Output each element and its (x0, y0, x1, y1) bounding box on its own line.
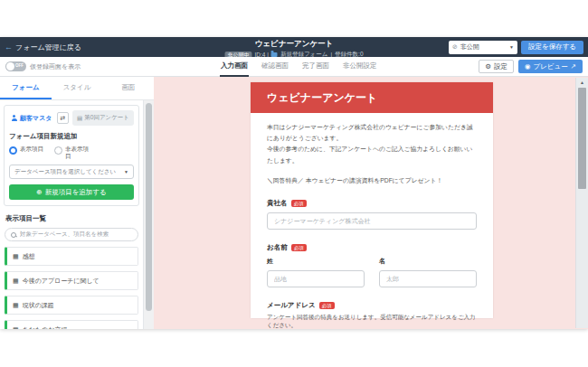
list-item-your-position[interactable]: ▦ あなたのお立場 (5, 320, 138, 329)
visibility-select[interactable]: ⊘ 非公開 ▼ (449, 41, 517, 54)
editor-sidebar: フォーム スタイル 画面 顧客マスタ ⇄ ▤ (0, 77, 154, 329)
sidebar-tabs: フォーム スタイル 画面 (0, 77, 154, 100)
visible-items-title: 表示項目一覧 (5, 214, 138, 223)
toggle-state-label: OFF (15, 63, 24, 68)
search-placeholder: 対象データベース、項目名を検索 (20, 231, 109, 239)
list-item-future-approach[interactable]: ▦ 今後のアプローチに関して (5, 271, 138, 290)
sidebar-scrollbar (143, 100, 154, 329)
gear-icon: ⚙ (485, 62, 491, 71)
list-item-current-issues[interactable]: ▦ 現状の課題 (5, 296, 138, 315)
tab-complete-screen[interactable]: 完了画面 (301, 57, 330, 77)
screen-toolbar: OFF 仮登録画面を表示 入力画面 確認画面 完了画面 非公開設定 ⚙ 設定 ◉… (0, 57, 588, 77)
sidebar-tab-form[interactable]: フォーム (0, 77, 52, 99)
private-icon: ⊘ (452, 43, 458, 51)
grid-handle-icon: ▦ (13, 302, 19, 309)
preview-scrollbar-thumb[interactable] (578, 88, 586, 189)
tab-input-screen[interactable]: 入力画面 (220, 57, 249, 77)
back-arrow-icon: ← (5, 43, 13, 52)
list-item-label: あなたのお立場 (23, 325, 68, 329)
visibility-radio-group: 表示項目 非表示項目 (9, 146, 134, 160)
intro-line-1: 本日はシナジーマーケティング株式会社のウェビナーにご参加いただき誠にありがとうご… (267, 124, 473, 141)
sidebar-tab-style[interactable]: スタイル (52, 77, 103, 99)
top-navbar: ← フォーム管理に戻る ウェビナーアンケート 非公開中 ID:4 | 新規登録フ… (0, 37, 588, 57)
grid-handle-icon: ▦ (13, 326, 19, 329)
first-name-input[interactable] (379, 270, 477, 287)
bonus-text: ＼回答特典／ 本ウェビナーの講演資料をPDFにてプレゼント！ (267, 176, 477, 185)
grid-handle-icon: ▦ (13, 253, 19, 260)
form-title: ウェビナーアンケート (224, 39, 363, 50)
eye-icon: ◉ (525, 62, 531, 71)
last-name-label: 姓 (267, 257, 365, 266)
db-select-placeholder: データベース項目を選択してください (14, 168, 116, 176)
save-settings-button[interactable]: 設定を保存する (521, 41, 583, 54)
required-badge: 必須 (291, 200, 307, 208)
tab-survey-db[interactable]: ▤ 第0回アンケート (72, 110, 134, 126)
form-card-header: ウェビナーアンケート (251, 82, 493, 113)
add-section-title: フォーム項目新規追加 (9, 132, 134, 141)
last-name-input[interactable] (267, 270, 365, 287)
radio-unselected-icon (54, 146, 62, 155)
first-name-column: 名 (379, 257, 477, 287)
company-label: 貴社名 (267, 199, 288, 208)
add-new-item-button[interactable]: ⊕ 新規項目を追加する (9, 184, 134, 200)
sidebar-scrollbar-thumb[interactable] (146, 103, 152, 311)
radio-hidden-label: 非表示項目 (65, 146, 90, 160)
settings-button[interactable]: ⚙ 設定 (479, 60, 514, 73)
preview-toggle[interactable]: OFF 仮登録画面を表示 (5, 61, 81, 71)
toolbar-actions: ⚙ 設定 ◉ プレビュー ↗ (479, 60, 583, 73)
visibility-value: 非公開 (460, 42, 479, 52)
main-content: フォーム スタイル 画面 顧客マスタ ⇄ ▤ (0, 77, 588, 329)
last-name-column: 姓 (267, 257, 365, 287)
name-field-label: お名前 必須 (267, 243, 477, 252)
tab-private-settings[interactable]: 非公開設定 (342, 57, 378, 77)
scroll-up-icon[interactable]: ▲ (576, 78, 588, 85)
swap-button[interactable]: ⇄ (57, 112, 70, 124)
form-preview-pane: ウェビナーアンケート 本日はシナジーマーケティング株式会社のウェビナーにご参加い… (154, 77, 588, 329)
preview-label: プレビュー (534, 62, 568, 71)
radio-hidden-item[interactable]: 非表示項目 (54, 146, 90, 160)
toggle-pill[interactable]: OFF (5, 61, 26, 71)
chevron-down-icon: ▼ (124, 169, 128, 174)
company-field-label: 貴社名 必須 (267, 199, 477, 208)
navbar-actions: ⊘ 非公開 ▼ 設定を保存する (449, 41, 583, 54)
customer-master-label: 顧客マスタ (20, 114, 52, 123)
tab-confirm-screen[interactable]: 確認画面 (261, 57, 289, 77)
add-button-label: 新規項目を追加する (45, 188, 107, 197)
form-card: ウェビナーアンケート 本日はシナジーマーケティング株式会社のウェビナーにご参加い… (251, 82, 493, 318)
form-item-panel: 顧客マスタ ⇄ ▤ 第0回アンケート フォーム項目新規追加 (4, 105, 139, 206)
list-item-label: 現状の課題 (23, 301, 54, 310)
preview-button[interactable]: ◉ プレビュー ↗ (518, 60, 583, 73)
grid-handle-icon: ▦ (13, 278, 19, 285)
search-icon (11, 232, 16, 238)
name-fields-row: 姓 名 (267, 257, 477, 287)
plus-circle-icon: ⊕ (36, 188, 42, 196)
name-label: お名前 (267, 243, 288, 252)
intro-text: 本日はシナジーマーケティング株式会社のウェビナーにご参加いただき誠にありがとうご… (267, 122, 477, 166)
sidebar-tab-screen[interactable]: 画面 (102, 77, 154, 99)
toggle-knob (6, 62, 14, 71)
external-link-icon: ↗ (571, 62, 576, 71)
back-to-form-management-link[interactable]: ← フォーム管理に戻る (5, 42, 81, 52)
navbar-title-block: ウェビナーアンケート 非公開中 ID:4 | 新規登録フォーム | 登録件数:0 (224, 39, 363, 59)
radio-visible-item[interactable]: 表示項目 (9, 146, 45, 160)
list-item-label: 感想 (23, 252, 35, 261)
required-badge: 必須 (291, 244, 307, 252)
radio-visible-label: 表示項目 (20, 146, 45, 153)
settings-label: 設定 (494, 62, 507, 71)
company-input[interactable] (267, 212, 477, 230)
person-icon (11, 115, 17, 121)
radio-selected-icon (9, 146, 17, 155)
toggle-label: 仮登録画面を表示 (30, 62, 81, 71)
list-item-impressions[interactable]: ▦ 感想 (5, 247, 138, 266)
database-item-select[interactable]: データベース項目を選択してください ▼ (9, 165, 134, 179)
screenshot-stage: ← フォーム管理に戻る ウェビナーアンケート 非公開中 ID:4 | 新規登録フ… (0, 0, 588, 367)
clipboard-icon: ▤ (77, 115, 82, 122)
database-tabs: 顧客マスタ ⇄ ▤ 第0回アンケート (9, 110, 134, 126)
intro-line-2: 今後の参考のために、下記アンケートへのご記入ご協力よろしくお願いいたします。 (267, 146, 472, 163)
screen-tabs: 入力画面 確認画面 完了画面 非公開設定 (220, 57, 378, 77)
tab-customer-master[interactable]: 顧客マスタ (9, 112, 54, 125)
app-window: ← フォーム管理に戻る ウェビナーアンケート 非公開中 ID:4 | 新規登録フ… (0, 37, 588, 329)
item-search-field[interactable]: 対象データベース、項目名を検索 (5, 228, 138, 241)
sidebar-body: 顧客マスタ ⇄ ▤ 第0回アンケート フォーム項目新規追加 (0, 100, 143, 329)
list-item-label: 今後のアプローチに関して (23, 277, 100, 286)
